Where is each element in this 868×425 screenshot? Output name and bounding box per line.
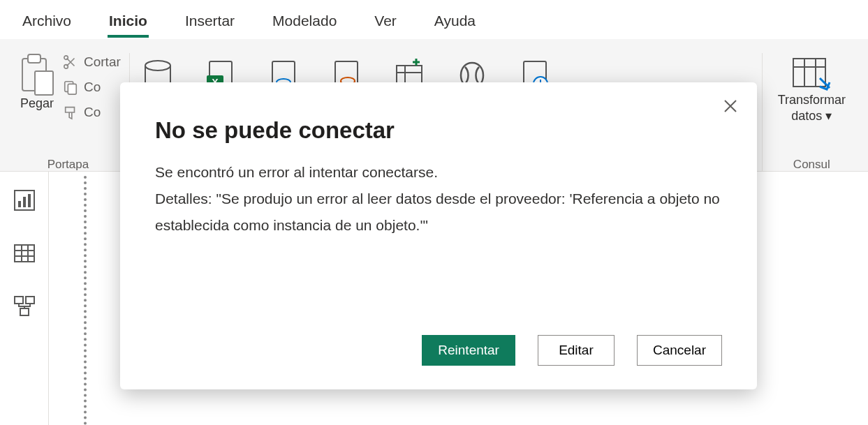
paste-label: Pegar <box>20 96 54 111</box>
svg-point-7 <box>145 61 170 70</box>
dialog-body-line2: Detalles: "Se produjo un error al leer d… <box>155 186 722 239</box>
svg-rect-20 <box>793 59 825 87</box>
close-icon <box>722 98 739 114</box>
dialog-close-button[interactable] <box>722 98 739 114</box>
copy-button[interactable]: Co <box>63 80 121 95</box>
dialog-title: No se puede conectar <box>155 117 722 144</box>
report-view-button[interactable] <box>13 188 36 215</box>
scissors-icon <box>63 54 78 70</box>
dialog-body-line1: Se encontró un error al intentar conecta… <box>155 159 722 186</box>
queries-group-label: Consul <box>793 158 830 172</box>
svg-rect-27 <box>28 194 31 207</box>
svg-rect-26 <box>23 197 26 207</box>
selection-guide <box>84 176 87 425</box>
svg-rect-25 <box>18 201 21 207</box>
data-view-icon <box>13 241 36 265</box>
retry-button[interactable]: Reintentar <box>422 335 515 366</box>
transform-data-icon <box>789 53 834 92</box>
report-view-icon <box>13 188 36 212</box>
model-view-icon <box>13 294 36 318</box>
tab-ver[interactable]: Ver <box>373 3 398 36</box>
svg-rect-34 <box>26 297 34 304</box>
paste-button[interactable]: Pegar <box>15 53 59 111</box>
format-painter-icon <box>63 105 78 120</box>
svg-point-4 <box>64 56 68 60</box>
tab-modelado[interactable]: Modelado <box>271 3 338 36</box>
svg-point-3 <box>64 65 68 69</box>
svg-rect-2 <box>35 71 53 95</box>
data-view-button[interactable] <box>13 241 36 268</box>
ribbon-tabs: Archivo Inicio Insertar Modelado Ver Ayu… <box>0 0 868 39</box>
tab-inicio[interactable]: Inicio <box>108 3 149 36</box>
cut-button[interactable]: Cortar <box>63 54 121 70</box>
tab-ayuda[interactable]: Ayuda <box>433 3 477 36</box>
cancel-button[interactable]: Cancelar <box>637 335 722 366</box>
edit-button[interactable]: Editar <box>538 335 615 366</box>
model-view-button[interactable] <box>13 294 36 321</box>
svg-rect-6 <box>68 84 76 94</box>
copy-icon <box>63 80 78 95</box>
tab-archivo[interactable]: Archivo <box>21 3 73 36</box>
error-dialog: No se puede conectar Se encontró un erro… <box>120 82 757 389</box>
dialog-buttons: Reintentar Editar Cancelar <box>155 335 722 366</box>
transform-data-button[interactable]: Transformardatos ▾ <box>771 53 853 125</box>
chevron-down-icon: ▾ <box>825 109 832 123</box>
tab-insertar[interactable]: Insertar <box>184 3 236 36</box>
svg-rect-28 <box>15 245 34 262</box>
view-switcher <box>0 172 49 425</box>
dialog-body: Se encontró un error al intentar conecta… <box>155 159 722 335</box>
clipboard-icon <box>18 53 56 96</box>
svg-rect-1 <box>28 54 41 63</box>
format-painter-button[interactable]: Co <box>63 105 121 120</box>
clipboard-group-label: Portapa <box>47 158 89 172</box>
svg-rect-35 <box>20 308 29 315</box>
svg-rect-33 <box>15 297 23 304</box>
